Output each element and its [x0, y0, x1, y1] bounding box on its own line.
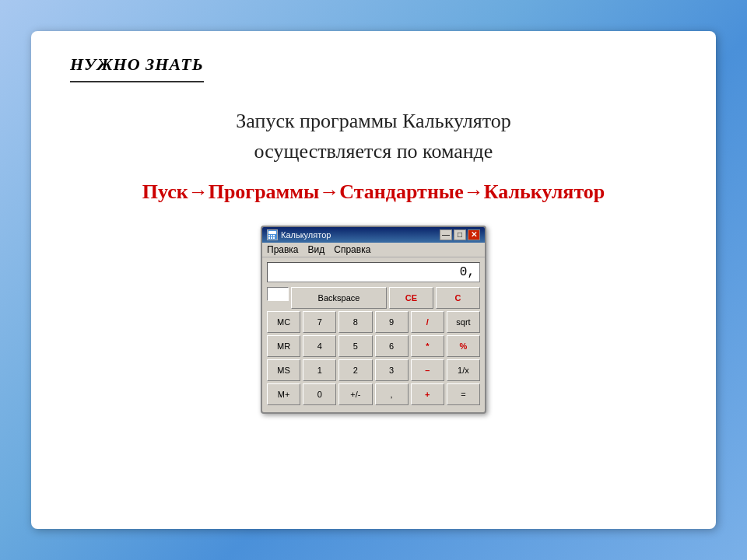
svg-rect-5: [268, 237, 270, 239]
btn-1[interactable]: 1: [303, 359, 336, 381]
sqrt-button[interactable]: sqrt: [447, 311, 480, 333]
mplus-button[interactable]: M+: [267, 383, 300, 405]
calc-body: 0, Backspace CE C MC 7 8 9 / sqrt: [262, 257, 485, 412]
reciprocal-button[interactable]: 1/x: [447, 359, 480, 381]
header-title: НУЖНО ЗНАТЬ: [70, 54, 204, 74]
slide-container: НУЖНО ЗНАТЬ Запуск программы Калькулятор…: [31, 31, 716, 529]
btn-2[interactable]: 2: [338, 359, 372, 381]
btn-0[interactable]: 0: [303, 383, 336, 405]
calc-row-1: MC 7 8 9 / sqrt: [267, 311, 480, 333]
calc-titlebar: Калькулятор — □ ✕: [262, 227, 485, 243]
calc-titlebar-left: Калькулятор: [267, 229, 331, 240]
btn-7[interactable]: 7: [303, 311, 336, 333]
mc-button[interactable]: MC: [267, 311, 300, 333]
main-text: Запуск программы Калькулятор осуществляе…: [70, 106, 677, 166]
calc-window-controls: — □ ✕: [440, 229, 480, 240]
btn-3[interactable]: 3: [375, 359, 409, 381]
multiply-button[interactable]: *: [411, 335, 444, 357]
equals-button[interactable]: =: [447, 383, 480, 405]
ms-button[interactable]: MS: [267, 359, 300, 381]
main-text-line2: осуществляется по команде: [254, 140, 493, 163]
nav-path: Пуск→Программы→Стандартные→Калькулятор: [70, 180, 677, 204]
svg-rect-2: [268, 235, 270, 236]
calculator-window: Калькулятор — □ ✕ Правка Вид Справка 0,: [261, 226, 486, 414]
menu-pravka[interactable]: Правка: [267, 244, 299, 255]
header-section: НУЖНО ЗНАТЬ: [70, 54, 204, 82]
calc-row-2: MR 4 5 6 * %: [267, 335, 480, 357]
menu-vid[interactable]: Вид: [308, 244, 325, 255]
close-button[interactable]: ✕: [468, 229, 480, 240]
checkbox-btn[interactable]: [267, 287, 289, 301]
calc-wrapper: Калькулятор — □ ✕ Правка Вид Справка 0,: [70, 226, 677, 414]
btn-8[interactable]: 8: [338, 311, 372, 333]
c-button[interactable]: C: [436, 287, 480, 309]
menu-spravka[interactable]: Справка: [334, 244, 370, 255]
svg-rect-4: [273, 235, 275, 236]
calc-row-3: MS 1 2 3 – 1/x: [267, 359, 480, 381]
svg-rect-6: [271, 237, 272, 239]
btn-6[interactable]: 6: [375, 335, 409, 357]
divide-button[interactable]: /: [411, 311, 444, 333]
add-button[interactable]: +: [411, 383, 444, 405]
ce-button[interactable]: CE: [389, 287, 433, 309]
svg-rect-3: [271, 235, 272, 236]
calc-row-0: Backspace CE C: [267, 287, 480, 309]
mr-button[interactable]: MR: [267, 335, 300, 357]
calc-row-4: M+ 0 +/- , + =: [267, 383, 480, 405]
svg-rect-1: [268, 231, 276, 234]
calc-title-text: Калькулятор: [281, 230, 331, 240]
minimize-button[interactable]: —: [440, 229, 452, 240]
percent-button[interactable]: %: [447, 335, 480, 357]
calc-app-icon: [267, 229, 278, 240]
maximize-button[interactable]: □: [454, 229, 466, 240]
btn-4[interactable]: 4: [303, 335, 336, 357]
btn-5[interactable]: 5: [338, 335, 372, 357]
svg-rect-7: [273, 237, 275, 239]
calc-menubar: Правка Вид Справка: [262, 243, 485, 257]
backspace-button[interactable]: Backspace: [291, 287, 387, 309]
btn-9[interactable]: 9: [375, 311, 409, 333]
main-text-line1: Запуск программы Калькулятор: [236, 110, 510, 132]
subtract-button[interactable]: –: [411, 359, 444, 381]
decimal-button[interactable]: ,: [375, 383, 409, 405]
sign-button[interactable]: +/-: [338, 383, 372, 405]
calc-display: 0,: [267, 262, 480, 282]
